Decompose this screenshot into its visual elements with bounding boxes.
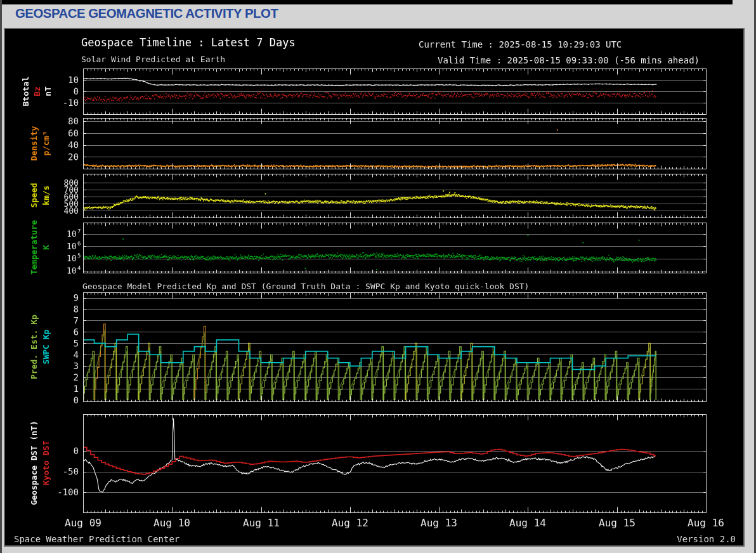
speed-axis-label: Speed bbox=[29, 183, 39, 207]
footer-version-label: Version 2.0 bbox=[677, 534, 736, 544]
nt-unit-label: nT bbox=[43, 86, 53, 96]
geospace-activity-window: GEOSPACE GEOMAGNETIC ACTIVITY PLOT Geosp… bbox=[0, 0, 756, 553]
x-tick-label: Aug 09 bbox=[65, 517, 101, 529]
solar-wind-section-title: Solar Wind Predicted at Earth bbox=[81, 55, 225, 64]
density-unit-label: p/cm³ bbox=[41, 131, 51, 155]
page-title: GEOSPACE GEOMAGNETIC ACTIVITY PLOT bbox=[15, 6, 278, 21]
geospace-timeline-plot: Geospace Timeline : Latest 7 Days Curren… bbox=[4, 28, 745, 547]
valid-time-label: Valid Time : 2025-08-15 09:33:00 (-56 mi… bbox=[438, 55, 700, 65]
x-tick-label: Aug 11 bbox=[243, 517, 280, 529]
plot-title: Geospace Timeline : Latest 7 Days bbox=[81, 36, 296, 49]
x-tick-label: Aug 16 bbox=[688, 517, 724, 529]
geospace-dst-axis-label: Geospace DST (nT) bbox=[29, 420, 39, 505]
swpc-kp-axis-label: SWPC Kp bbox=[41, 330, 51, 365]
x-tick-label: Aug 14 bbox=[509, 517, 546, 529]
top-black-bar bbox=[2, 0, 733, 4]
window-border-left bbox=[0, 0, 2, 553]
kyoto-dst-axis-label: Kyoto DST bbox=[41, 441, 51, 485]
footer-source-label: Space Weather Prediction Center bbox=[14, 534, 179, 544]
x-tick-label: Aug 13 bbox=[420, 517, 457, 529]
current-time-label: Current Time : 2025-08-15 10:29:03 UTC bbox=[419, 39, 622, 49]
kp-dst-section-title: Geospace Model Predicted Kp and DST (Gro… bbox=[82, 282, 529, 291]
temperature-axis-label: Temperature bbox=[29, 220, 39, 275]
btotal-axis-label: Btotal bbox=[21, 77, 30, 107]
kelvin-unit-label: K bbox=[41, 245, 51, 250]
x-tick-label: Aug 15 bbox=[599, 517, 635, 529]
bz-axis-label: Bz bbox=[32, 86, 42, 96]
density-axis-label: Density bbox=[29, 126, 39, 161]
speed-unit-label: km/s bbox=[41, 185, 51, 205]
pred-kp-axis-label: Pred. Est. Kp bbox=[29, 315, 39, 379]
x-tick-label: Aug 10 bbox=[153, 517, 190, 529]
x-tick-label: Aug 12 bbox=[332, 517, 368, 529]
